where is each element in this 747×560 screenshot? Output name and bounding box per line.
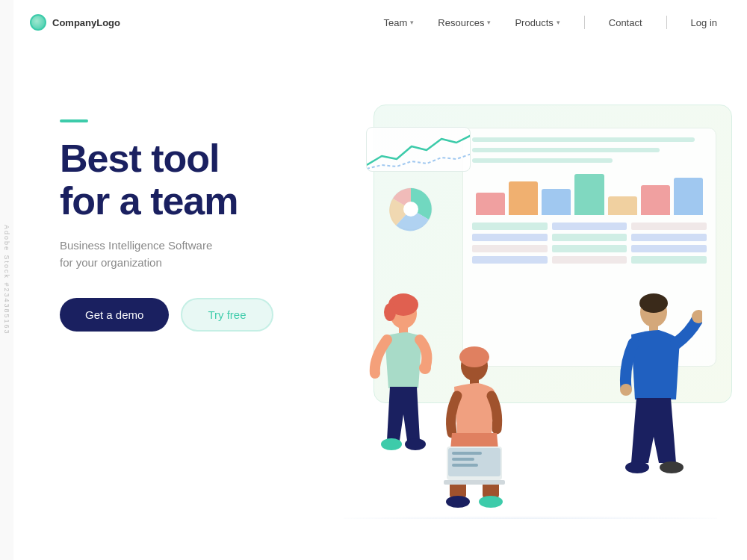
logo[interactable]: CompanyLogo <box>30 14 120 31</box>
logo-icon <box>30 14 46 31</box>
svg-point-28 <box>660 461 684 473</box>
svg-point-14 <box>446 496 470 508</box>
nav-divider-2 <box>666 16 667 29</box>
nav-links: Team ▾ Resources ▾ Products ▾ Contact Lo… <box>384 16 717 29</box>
bar-7 <box>674 178 703 215</box>
bar-2 <box>509 181 538 215</box>
db-row-2 <box>472 234 707 241</box>
hero-title: Best tool for a team <box>60 137 344 223</box>
db-cell <box>472 223 548 230</box>
db-row-1 <box>472 223 707 230</box>
svg-rect-18 <box>452 452 482 455</box>
db-row-4 <box>472 256 707 264</box>
watermark: Adobe Stock #234385163 <box>0 0 13 560</box>
bar-chart <box>472 170 707 215</box>
hero-buttons: Get a demo Try free <box>60 298 344 332</box>
chevron-down-icon: ▾ <box>557 19 560 26</box>
nav-login[interactable]: Log in <box>691 17 717 28</box>
svg-point-23 <box>639 293 668 313</box>
db-cell <box>552 245 627 252</box>
bar-6 <box>641 185 670 215</box>
bar-5 <box>608 196 637 215</box>
svg-point-8 <box>405 438 426 450</box>
svg-point-4 <box>384 303 396 321</box>
svg-point-27 <box>625 461 649 473</box>
db-cell <box>631 223 707 230</box>
db-cell <box>631 256 707 264</box>
db-cell <box>552 234 627 241</box>
svg-point-1 <box>403 202 418 217</box>
get-demo-button[interactable]: Get a demo <box>60 298 169 332</box>
db-cell <box>472 234 548 241</box>
hero-right <box>344 90 717 560</box>
nav-item-resources[interactable]: Resources ▾ <box>438 17 491 28</box>
person-sitting-laptop <box>426 343 523 515</box>
db-line-1 <box>472 137 695 142</box>
db-cell <box>472 256 548 264</box>
bar-1 <box>476 193 505 215</box>
person-pointing-man <box>613 291 702 515</box>
chevron-down-icon: ▾ <box>410 19 414 26</box>
svg-point-15 <box>479 496 503 508</box>
ground-shadow <box>344 513 717 519</box>
svg-rect-21 <box>444 480 505 485</box>
svg-point-7 <box>381 438 402 450</box>
bar-4 <box>574 174 604 215</box>
hero-section: Best tool for a team Business Intelligen… <box>0 45 747 560</box>
svg-rect-19 <box>452 458 474 461</box>
svg-point-10 <box>459 346 489 367</box>
nav-divider <box>584 16 585 29</box>
db-line-3 <box>472 158 613 163</box>
try-free-button[interactable]: Try free <box>181 298 273 332</box>
hero-subtitle: Business Intelligence Software for your … <box>60 237 344 271</box>
svg-rect-20 <box>452 464 478 467</box>
hero-left: Best tool for a team Business Intelligen… <box>60 90 344 332</box>
bar-3 <box>542 189 571 215</box>
svg-point-26 <box>620 384 632 396</box>
db-row-3 <box>472 245 707 252</box>
db-cell <box>631 234 707 241</box>
nav-item-team[interactable]: Team ▾ <box>384 17 415 28</box>
navbar: CompanyLogo Team ▾ Resources ▾ Products … <box>0 0 747 45</box>
nav-item-products[interactable]: Products ▾ <box>515 17 560 28</box>
db-cell <box>552 256 627 264</box>
chevron-down-icon: ▾ <box>487 19 491 26</box>
logo-text: CompanyLogo <box>52 17 120 28</box>
db-cell <box>552 223 627 230</box>
accent-line <box>60 119 88 122</box>
db-cell <box>631 245 707 252</box>
line-chart-float <box>366 127 471 172</box>
db-cell <box>472 245 548 252</box>
pie-chart-float <box>388 187 433 231</box>
db-line-2 <box>472 148 660 152</box>
nav-contact[interactable]: Contact <box>609 17 642 28</box>
